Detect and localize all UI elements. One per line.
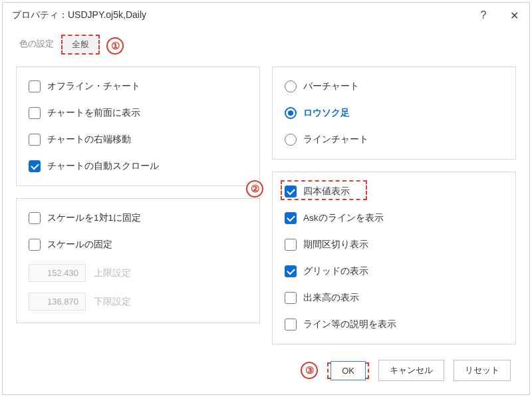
line-chart-option[interactable]: ラインチャート — [285, 132, 503, 147]
tab-bar: 色の設定 全般 ① — [3, 28, 529, 55]
checkbox-icon — [285, 292, 297, 304]
checkbox-icon — [285, 212, 297, 224]
option-label: ロウソク足 — [303, 107, 350, 119]
option-label: スケールの固定 — [47, 239, 112, 251]
titlebar: プロパティ：USDJPY.oj5k,Daily ? ✕ — [3, 3, 529, 28]
chart-shift-option[interactable]: チャートの右端移動 — [29, 132, 247, 147]
candlestick-option[interactable]: ロウソク足 — [285, 106, 503, 120]
descriptions-option[interactable]: ライン等の説明を表示 — [285, 317, 503, 332]
annotation-3-highlight: OK — [327, 362, 369, 379]
checkbox-icon — [29, 134, 41, 146]
bar-chart-option[interactable]: バーチャート — [285, 79, 503, 94]
option-label: 四本値表示 — [303, 186, 350, 198]
chart-behavior-panel: オフライン・チャート チャートを前面に表示 チャートの右端移動 チャートの自動ス… — [16, 66, 260, 186]
grid-option[interactable]: グリッドの表示 — [285, 264, 503, 279]
dialog-footer: ③ OK キャンセル リセット — [3, 349, 529, 394]
close-button[interactable]: ✕ — [499, 3, 529, 28]
offline-chart-option[interactable]: オフライン・チャート — [29, 79, 247, 94]
ask-line-option[interactable]: Askのラインを表示 — [285, 211, 503, 225]
scale-lower-row: 136.870 下限設定 — [29, 293, 247, 311]
help-button[interactable]: ? — [468, 3, 499, 28]
checkbox-icon — [285, 265, 297, 277]
option-label: オフライン・チャート — [47, 80, 140, 92]
chart-foreground-option[interactable]: チャートを前面に表示 — [29, 106, 247, 120]
option-label: 出来高の表示 — [303, 292, 359, 304]
scale-upper-row: 152.430 上限設定 — [29, 264, 247, 282]
annotation-3-icon: ③ — [301, 362, 318, 379]
dialog-content: オフライン・チャート チャートを前面に表示 チャートの右端移動 チャートの自動ス… — [3, 55, 529, 349]
checkbox-icon — [285, 319, 297, 331]
option-label: スケールを1対1に固定 — [47, 212, 141, 224]
scale-lower-label: 下限設定 — [94, 296, 131, 308]
option-label: バーチャート — [303, 80, 359, 92]
right-column: バーチャート ロウソク足 ラインチャート ② 四本値表示 — [272, 66, 516, 349]
checkbox-icon — [29, 160, 41, 172]
reset-button[interactable]: リセット — [454, 360, 511, 381]
display-options-panel: ② 四本値表示 Askのラインを表示 期間区切り表示 グリッドの表示 — [272, 172, 516, 344]
scale-upper-input[interactable]: 152.430 — [29, 264, 86, 282]
tab-general[interactable]: 全般 — [61, 35, 100, 55]
dialog-title: プロパティ：USDJPY.oj5k,Daily — [12, 9, 468, 21]
left-column: オフライン・チャート チャートを前面に表示 チャートの右端移動 チャートの自動ス… — [16, 66, 260, 349]
scale-one-to-one-option[interactable]: スケールを1対1に固定 — [29, 211, 247, 225]
radio-icon — [285, 107, 297, 119]
cancel-button[interactable]: キャンセル — [378, 360, 444, 381]
period-separator-option[interactable]: 期間区切り表示 — [285, 237, 503, 252]
ok-button[interactable]: OK — [331, 361, 366, 380]
chart-type-panel: バーチャート ロウソク足 ラインチャート — [272, 66, 516, 160]
scale-upper-label: 上限設定 — [94, 267, 131, 279]
option-label: チャートの自動スクロール — [47, 160, 159, 172]
tab-color-settings[interactable]: 色の設定 — [12, 33, 61, 55]
option-label: チャートの右端移動 — [47, 134, 131, 146]
annotation-2-icon: ② — [246, 180, 263, 198]
option-label: ラインチャート — [303, 134, 368, 146]
option-label: グリッドの表示 — [303, 265, 368, 277]
checkbox-icon — [29, 212, 41, 224]
option-label: ライン等の説明を表示 — [303, 319, 396, 331]
tab-label: 全般 — [72, 39, 89, 49]
option-label: 期間区切り表示 — [303, 239, 368, 251]
option-label: チャートを前面に表示 — [47, 107, 140, 119]
chart-autoscroll-option[interactable]: チャートの自動スクロール — [29, 159, 247, 174]
volumes-option[interactable]: 出来高の表示 — [285, 291, 503, 305]
checkbox-icon — [29, 80, 41, 92]
scale-fixed-option[interactable]: スケールの固定 — [29, 237, 247, 252]
checkbox-icon — [285, 186, 297, 198]
annotation-1-icon: ① — [106, 37, 124, 55]
properties-dialog: プロパティ：USDJPY.oj5k,Daily ? ✕ 色の設定 全般 ① オフ… — [2, 2, 530, 395]
radio-icon — [285, 134, 297, 146]
checkbox-icon — [285, 239, 297, 251]
radio-icon — [285, 80, 297, 92]
scale-panel: スケールを1対1に固定 スケールの固定 152.430 上限設定 136.870… — [16, 198, 260, 323]
scale-bounds: 152.430 上限設定 136.870 下限設定 — [29, 264, 247, 311]
scale-lower-input[interactable]: 136.870 — [29, 293, 86, 311]
checkbox-icon — [29, 107, 41, 119]
ohlc-option[interactable]: 四本値表示 — [285, 184, 503, 199]
checkbox-icon — [29, 239, 41, 251]
option-label: Askのラインを表示 — [303, 212, 384, 224]
